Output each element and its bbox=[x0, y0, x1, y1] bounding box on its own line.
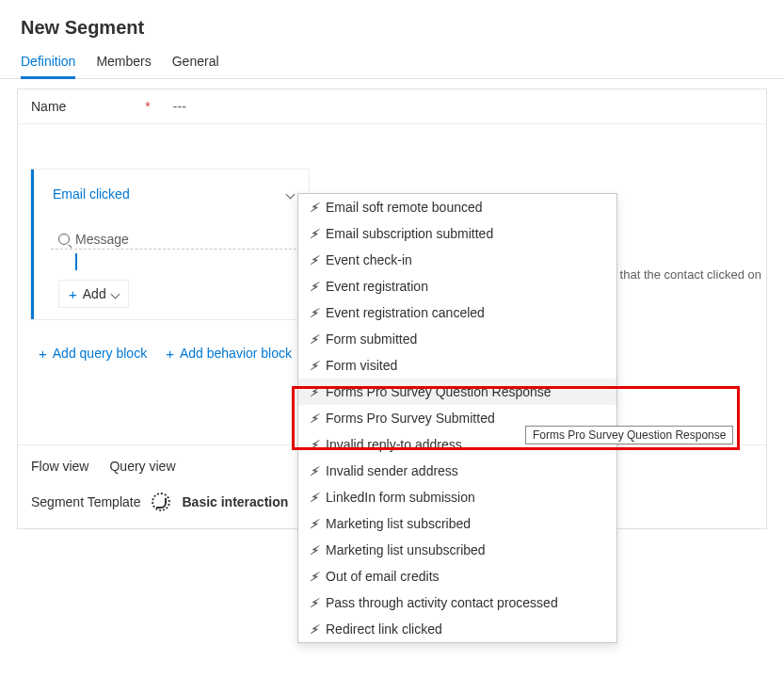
dropdown-item-label: Pass through activity contact processed bbox=[326, 595, 558, 610]
page-title: New Segment bbox=[0, 0, 784, 48]
chevron-down-icon bbox=[110, 289, 120, 299]
hint-text: ail that the contact clicked on bbox=[604, 267, 761, 282]
dropdown-item-label: Forms Pro Survey Question Response bbox=[326, 384, 552, 399]
dropdown-item-label: Invalid sender address bbox=[326, 463, 458, 478]
dropdown-item-label: LinkedIn form submission bbox=[326, 490, 475, 505]
add-behavior-label: Add behavior block bbox=[180, 346, 292, 361]
dropdown-item-label: Invalid reply-to address bbox=[326, 437, 462, 452]
lightning-icon: ⚡︎ bbox=[310, 570, 318, 584]
tooltip: Forms Pro Survey Question Response bbox=[525, 426, 733, 444]
caret-indicator bbox=[75, 253, 77, 270]
tab-members[interactable]: Members bbox=[96, 54, 151, 78]
dropdown-item-label: Form submitted bbox=[326, 331, 417, 347]
lightning-icon: ⚡︎ bbox=[310, 543, 318, 557]
name-label: Name bbox=[31, 99, 66, 114]
dropdown-item[interactable]: ⚡︎Marketing list subscribed bbox=[298, 510, 616, 537]
dropdown-item-label: Email soft remote bounced bbox=[326, 200, 483, 215]
required-asterisk: * bbox=[145, 99, 150, 114]
chevron-down-icon bbox=[286, 189, 296, 199]
lightning-icon: ⚡︎ bbox=[310, 517, 318, 531]
plus-icon: + bbox=[166, 347, 174, 361]
tab-definition[interactable]: Definition bbox=[21, 54, 75, 79]
dropdown-item[interactable]: ⚡︎Marketing list unsubscribed bbox=[298, 537, 616, 563]
lightning-icon: ⚡︎ bbox=[310, 306, 318, 320]
dropdown-item[interactable]: ⚡︎Email subscription submitted bbox=[298, 220, 616, 247]
dropdown-item[interactable]: ⚡︎Event check-in bbox=[298, 247, 616, 273]
dropdown-item-label: Email subscription submitted bbox=[326, 226, 493, 241]
dropdown-item[interactable]: ⚡︎Form visited bbox=[298, 352, 616, 379]
tab-bar: Definition Members General bbox=[0, 48, 784, 79]
flow-view-tab[interactable]: Flow view bbox=[31, 459, 88, 474]
dropdown-item-label: Event registration bbox=[326, 279, 428, 294]
dropdown-item[interactable]: ⚡︎Forms Pro Survey Question Response bbox=[298, 379, 616, 405]
dropdown-item[interactable]: ⚡︎Event registration canceled bbox=[298, 299, 616, 326]
dropdown-item-label: Event registration canceled bbox=[326, 305, 485, 320]
dropdown-item[interactable]: ⚡︎Redirect link clicked bbox=[298, 616, 616, 642]
segment-template-value[interactable]: Basic interaction bbox=[182, 494, 288, 509]
add-query-label: Add query block bbox=[53, 346, 147, 361]
behavior-select[interactable]: Email clicked bbox=[51, 181, 301, 207]
dropdown-item[interactable]: ⚡︎LinkedIn form submission bbox=[298, 484, 616, 510]
dropdown-item[interactable]: ⚡︎Event registration bbox=[298, 273, 616, 299]
add-behavior-block-button[interactable]: + Add behavior block bbox=[166, 346, 292, 361]
behavior-dropdown: ⚡︎Email soft remote bounced⚡︎Email subsc… bbox=[297, 193, 617, 643]
template-icon bbox=[152, 492, 170, 511]
behavior-select-value: Email clicked bbox=[53, 186, 130, 202]
behavior-dropdown-scroll[interactable]: ⚡︎Email soft remote bounced⚡︎Email subsc… bbox=[298, 194, 616, 642]
lightning-icon: ⚡︎ bbox=[310, 201, 318, 215]
lightning-icon: ⚡︎ bbox=[310, 464, 318, 478]
lightning-icon: ⚡︎ bbox=[310, 412, 318, 426]
dropdown-item[interactable]: ⚡︎Out of email credits bbox=[298, 563, 616, 589]
lightning-icon: ⚡︎ bbox=[310, 359, 318, 373]
name-field-row: Name * --- bbox=[18, 89, 766, 124]
add-condition-label: Add bbox=[83, 286, 106, 301]
search-icon bbox=[58, 234, 70, 245]
lightning-icon: ⚡︎ bbox=[310, 332, 318, 347]
dropdown-item[interactable]: ⚡︎Email soft remote bounced bbox=[298, 194, 616, 220]
dropdown-item[interactable]: ⚡︎Form submitted bbox=[298, 326, 616, 352]
dropdown-item-label: Out of email credits bbox=[326, 569, 440, 584]
query-view-tab[interactable]: Query view bbox=[109, 459, 175, 474]
dropdown-item-label: Marketing list subscribed bbox=[326, 516, 471, 531]
dropdown-item-label: Marketing list unsubscribed bbox=[326, 542, 486, 557]
name-value[interactable]: --- bbox=[173, 99, 186, 114]
lightning-icon: ⚡︎ bbox=[310, 253, 318, 267]
tab-general[interactable]: General bbox=[172, 54, 219, 78]
lightning-icon: ⚡︎ bbox=[310, 385, 318, 399]
add-query-block-button[interactable]: + Add query block bbox=[39, 346, 147, 361]
dropdown-item-label: Redirect link clicked bbox=[326, 622, 442, 637]
lightning-icon: ⚡︎ bbox=[310, 438, 318, 452]
lightning-icon: ⚡︎ bbox=[310, 280, 318, 294]
dropdown-item-label: Event check-in bbox=[326, 252, 412, 267]
lightning-icon: ⚡︎ bbox=[310, 491, 318, 505]
behavior-block: Email clicked Message + Add bbox=[31, 170, 309, 319]
lightning-icon: ⚡︎ bbox=[310, 227, 318, 241]
add-condition-button[interactable]: + Add bbox=[58, 280, 129, 308]
plus-icon: + bbox=[39, 347, 47, 361]
dropdown-item[interactable]: ⚡︎Pass through activity contact processe… bbox=[298, 589, 616, 616]
lightning-icon: ⚡︎ bbox=[310, 622, 318, 637]
dropdown-item-label: Form visited bbox=[326, 358, 397, 373]
plus-icon: + bbox=[69, 287, 77, 301]
segment-template-label: Segment Template bbox=[31, 494, 140, 509]
message-search[interactable]: Message bbox=[51, 207, 301, 250]
message-search-placeholder: Message bbox=[75, 232, 129, 247]
lightning-icon: ⚡︎ bbox=[310, 596, 318, 610]
dropdown-item-label: Forms Pro Survey Submitted bbox=[326, 411, 495, 426]
dropdown-item[interactable]: ⚡︎Invalid sender address bbox=[298, 458, 616, 484]
